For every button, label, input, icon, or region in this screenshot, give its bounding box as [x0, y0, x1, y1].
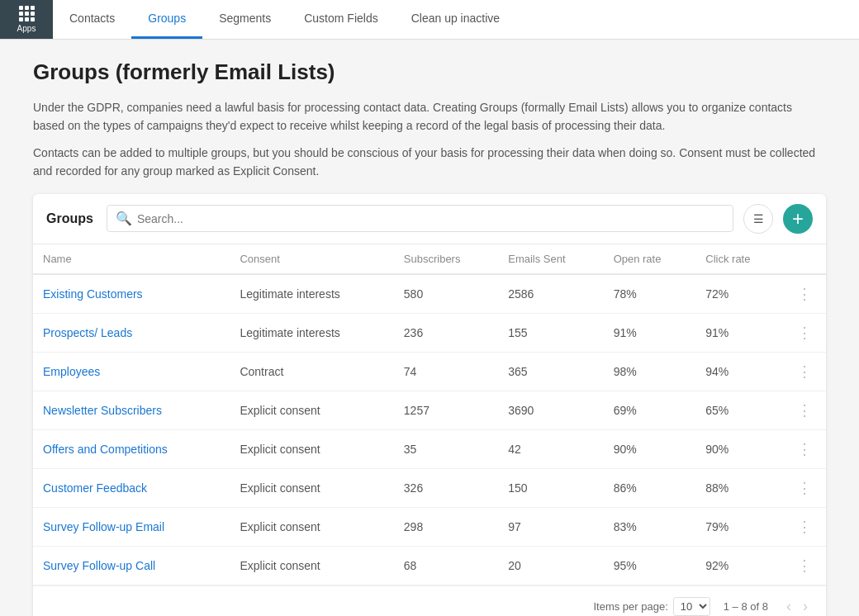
row-more-button[interactable]: ⋮: [794, 555, 816, 576]
row-name-link[interactable]: Prospects/ Leads: [43, 326, 132, 339]
col-emails-sent: Emails Sent: [498, 244, 603, 274]
row-subscribers: 74: [394, 352, 498, 391]
filter-button[interactable]: ☰: [743, 204, 773, 234]
table-row: Survey Follow-up Call Explicit consent 6…: [33, 546, 826, 585]
apps-button[interactable]: Apps: [0, 0, 53, 39]
row-open-rate: 69%: [604, 391, 696, 429]
row-emails-sent: 3690: [498, 391, 603, 429]
row-more-button[interactable]: ⋮: [794, 477, 816, 499]
row-consent: Explicit consent: [230, 507, 393, 546]
row-subscribers: 326: [394, 468, 498, 507]
row-consent: Explicit consent: [230, 468, 393, 507]
per-page-select[interactable]: 5 10 25 50: [673, 597, 710, 616]
col-subscribers: Subscribers: [394, 244, 498, 274]
table-row: Employees Contract 74 365 98% 94% ⋮: [33, 352, 826, 391]
apps-label: Apps: [17, 24, 36, 33]
row-emails-sent: 42: [498, 429, 603, 468]
row-click-rate: 79%: [695, 507, 784, 546]
row-emails-sent: 155: [498, 313, 603, 352]
row-emails-sent: 150: [498, 468, 603, 507]
page-content: Groups (formerly Email Lists) Under the …: [0, 40, 859, 616]
row-consent: Legitimate interests: [230, 313, 393, 352]
col-name: Name: [33, 244, 230, 274]
table-row: Newsletter Subscribers Explicit consent …: [33, 391, 826, 429]
row-click-rate: 72%: [695, 274, 784, 314]
row-name-link[interactable]: Customer Feedback: [43, 481, 147, 495]
tab-custom-fields[interactable]: Custom Fields: [287, 0, 394, 39]
row-name-link[interactable]: Offers and Competitions: [43, 443, 168, 456]
table-title: Groups: [46, 211, 93, 226]
top-nav: Apps Contacts Groups Segments Custom Fie…: [0, 0, 859, 40]
groups-table-card: Groups 🔍 ☰ + Name Consent Subscribers Em…: [33, 194, 826, 616]
row-subscribers: 298: [394, 507, 498, 546]
row-open-rate: 83%: [604, 507, 696, 546]
tab-contacts[interactable]: Contacts: [53, 0, 131, 39]
table-row: Prospects/ Leads Legitimate interests 23…: [33, 313, 826, 352]
row-subscribers: 68: [394, 546, 498, 585]
row-more-button[interactable]: ⋮: [794, 438, 816, 460]
row-open-rate: 90%: [604, 429, 696, 468]
row-emails-sent: 2586: [498, 274, 603, 314]
groups-table: Name Consent Subscribers Emails Sent Ope…: [33, 244, 826, 585]
row-open-rate: 95%: [604, 546, 696, 585]
table-header: Groups 🔍 ☰ +: [33, 194, 826, 244]
tab-groups[interactable]: Groups: [131, 0, 202, 39]
row-more-button[interactable]: ⋮: [794, 516, 816, 538]
row-consent: Contract: [230, 352, 393, 391]
row-more-button[interactable]: ⋮: [794, 400, 816, 421]
search-input[interactable]: [137, 212, 724, 225]
apps-grid-icon: [19, 6, 35, 21]
row-name-link[interactable]: Survey Follow-up Call: [43, 559, 155, 572]
row-name-link[interactable]: Employees: [43, 365, 100, 378]
row-click-rate: 92%: [695, 546, 784, 585]
row-click-rate: 94%: [695, 352, 784, 391]
page-range: 1 – 8 of 8: [724, 600, 768, 613]
tab-segments[interactable]: Segments: [202, 0, 287, 39]
items-per-page-label: Items per page:: [593, 600, 667, 613]
row-consent: Legitimate interests: [230, 274, 393, 314]
row-open-rate: 91%: [604, 313, 696, 352]
page-desc-2: Contacts can be added to multiple groups…: [33, 144, 826, 181]
table-row: Offers and Competitions Explicit consent…: [33, 429, 826, 468]
row-open-rate: 86%: [604, 468, 696, 507]
items-per-page: Items per page: 5 10 25 50: [593, 597, 710, 616]
page-desc-1: Under the GDPR, companies need a lawful …: [33, 98, 826, 135]
tab-clean-up-inactive[interactable]: Clean up inactive: [395, 0, 516, 39]
row-emails-sent: 365: [498, 352, 603, 391]
row-subscribers: 35: [394, 429, 498, 468]
add-group-button[interactable]: +: [783, 204, 813, 234]
search-icon: 🔍: [116, 211, 132, 226]
row-consent: Explicit consent: [230, 391, 393, 429]
row-subscribers: 580: [394, 274, 498, 314]
col-open-rate: Open rate: [604, 244, 696, 274]
nav-tabs: Contacts Groups Segments Custom Fields C…: [53, 0, 516, 39]
row-open-rate: 98%: [604, 352, 696, 391]
row-consent: Explicit consent: [230, 429, 393, 468]
table-row: Customer Feedback Explicit consent 326 1…: [33, 468, 826, 507]
row-more-button[interactable]: ⋮: [794, 283, 816, 305]
row-click-rate: 91%: [695, 313, 784, 352]
row-emails-sent: 97: [498, 507, 603, 546]
table-row: Survey Follow-up Email Explicit consent …: [33, 507, 826, 546]
next-page-button[interactable]: ›: [798, 595, 813, 616]
row-consent: Explicit consent: [230, 546, 393, 585]
prev-page-button[interactable]: ‹: [781, 595, 796, 616]
col-consent: Consent: [230, 244, 393, 274]
row-more-button[interactable]: ⋮: [794, 322, 816, 344]
row-more-button[interactable]: ⋮: [794, 361, 816, 382]
row-name-link[interactable]: Survey Follow-up Email: [43, 520, 164, 533]
row-emails-sent: 20: [498, 546, 603, 585]
row-click-rate: 88%: [695, 468, 784, 507]
page-title: Groups (formerly Email Lists): [33, 59, 826, 85]
pagination: Items per page: 5 10 25 50 1 – 8 of 8 ‹ …: [33, 585, 826, 616]
row-click-rate: 65%: [695, 391, 784, 429]
row-click-rate: 90%: [695, 429, 784, 468]
row-name-link[interactable]: Existing Customers: [43, 287, 143, 301]
page-nav: ‹ ›: [781, 595, 813, 616]
row-open-rate: 78%: [604, 274, 696, 314]
row-name-link[interactable]: Newsletter Subscribers: [43, 404, 162, 417]
table-row: Existing Customers Legitimate interests …: [33, 274, 826, 314]
row-subscribers: 1257: [394, 391, 498, 429]
row-subscribers: 236: [394, 313, 498, 352]
search-box: 🔍: [107, 205, 733, 232]
